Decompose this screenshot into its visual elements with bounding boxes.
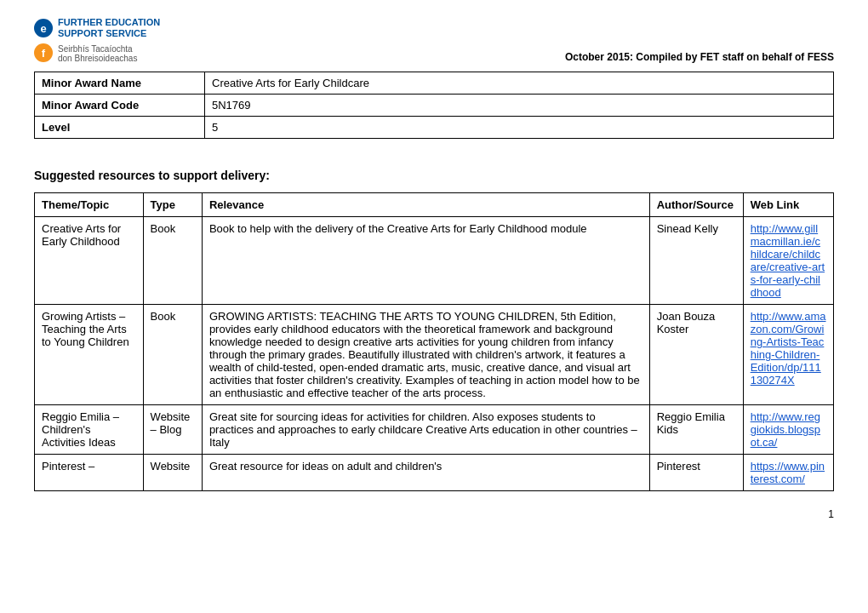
info-value: 5 [205,117,834,139]
relevance-cell: Great site for sourcing ideas for activi… [202,405,649,455]
type-cell: Book [143,305,202,405]
info-table: Minor Award NameCreative Arts for Early … [34,72,834,139]
web-link[interactable]: https://www.pinterest.com/ [751,460,825,485]
page-header: e FURTHER EDUCATION SUPPORT SERVICE f Se… [34,17,834,63]
resources-table: Theme/TopicTypeRelevanceAuthor/SourceWeb… [34,192,834,491]
info-label: Level [35,117,205,139]
web-link[interactable]: http://www.gillmacmillan.ie/childcare/ch… [751,222,825,299]
relevance-cell: Book to help with the delivery of the Cr… [202,217,649,305]
table-header: Type [143,193,202,217]
theme-cell: Growing Artists – Teaching the Arts to Y… [35,305,144,405]
theme-cell: Creative Arts for Early Childhood [35,217,144,305]
table-header: Web Link [743,193,833,217]
compiled-by: October 2015: Compiled by FET staff on b… [565,51,834,63]
relevance-cell: Great resource for ideas on adult and ch… [202,455,649,491]
author-cell: Pinterest [649,455,743,491]
type-cell: Website – Blog [143,405,202,455]
section-heading: Suggested resources to support delivery: [34,169,834,182]
info-value: Creative Arts for Early Childcare [205,72,834,95]
table-header: Relevance [202,193,649,217]
theme-cell: Reggio Emilia – Children's Activities Id… [35,405,144,455]
table-row: Pinterest –WebsiteGreat resource for ide… [35,455,834,491]
web-link-cell: http://www.gillmacmillan.ie/childcare/ch… [743,217,833,305]
author-cell: Sinead Kelly [649,217,743,305]
relevance-cell: GROWING ARTISTS: TEACHING THE ARTS TO YO… [202,305,649,405]
web-link-cell: http://www.amazon.com/Growing-Artists-Te… [743,305,833,405]
logo-area: e FURTHER EDUCATION SUPPORT SERVICE f Se… [34,17,160,63]
logo-e-icon: e [34,19,53,37]
logo-subtitle: Seirbhís Tacaíochta don Bhreisoideachas [58,44,137,63]
type-cell: Book [143,217,202,305]
web-link-cell: http://www.reggiokids.blogspot.ca/ [743,405,833,455]
author-cell: Joan Bouza Koster [649,305,743,405]
table-header: Author/Source [649,193,743,217]
theme-cell: Pinterest – [35,455,144,491]
info-label: Minor Award Name [35,72,205,95]
author-cell: Reggio Emilia Kids [649,405,743,455]
web-link-cell: https://www.pinterest.com/ [743,455,833,491]
page-number: 1 [34,508,834,520]
table-header: Theme/Topic [35,193,144,217]
logo-title: FURTHER EDUCATION SUPPORT SERVICE [58,17,160,39]
table-row: Reggio Emilia – Children's Activities Id… [35,405,834,455]
info-value: 5N1769 [205,95,834,117]
web-link[interactable]: http://www.amazon.com/Growing-Artists-Te… [751,310,826,387]
type-cell: Website [143,455,202,491]
table-row: Creative Arts for Early ChildhoodBookBoo… [35,217,834,305]
info-label: Minor Award Code [35,95,205,117]
logo-f-icon: f [34,43,53,62]
web-link[interactable]: http://www.reggiokids.blogspot.ca/ [751,410,820,449]
table-row: Growing Artists – Teaching the Arts to Y… [35,305,834,405]
